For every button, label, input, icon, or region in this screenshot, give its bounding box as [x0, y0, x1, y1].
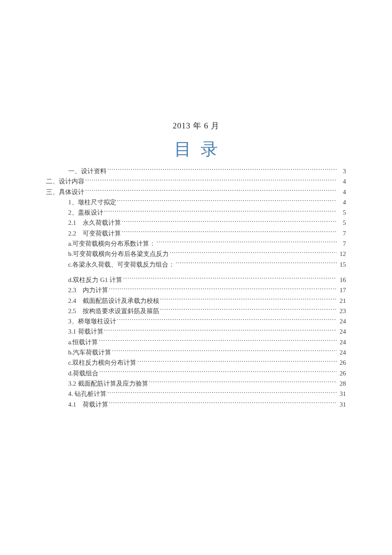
toc-entry-label: 2.4 截面配筋设计及承载力校核	[68, 296, 159, 306]
toc-entry-label: 2.3 内力计算	[68, 285, 108, 295]
toc-entry-page: 3	[337, 166, 346, 176]
toc-leader-dots	[160, 296, 337, 303]
toc-entry[interactable]: 4. 钻孔桩计算31	[46, 389, 346, 399]
toc-entry[interactable]: 2.4 截面配筋设计及承载力校核21	[46, 296, 346, 306]
toc-entry-page: 4	[337, 197, 346, 207]
toc-entry[interactable]: 一、设计资料3	[46, 166, 346, 176]
toc-entry[interactable]: b.汽车荷载计算24	[46, 347, 346, 357]
toc-entry[interactable]: d.荷载组合26	[46, 368, 346, 378]
document-date: 2013 年 6 月	[46, 0, 346, 131]
toc-leader-dots	[107, 167, 337, 173]
toc-entry-label: c.双柱反力横向分布计算	[68, 357, 136, 368]
toc-entry-page: 17	[337, 285, 346, 295]
toc-leader-dots	[99, 369, 337, 375]
toc-leader-dots	[107, 389, 337, 396]
toc-leader-dots	[117, 198, 337, 204]
toc-leader-dots	[85, 188, 337, 194]
toc-leader-dots	[170, 250, 337, 256]
toc-entry[interactable]: 三、具体设计4	[46, 187, 346, 197]
toc-entry-label: 2、盖板设计	[68, 207, 104, 218]
toc-leader-dots	[104, 208, 337, 215]
toc-entry-page: 31	[337, 399, 346, 410]
toc-entry-label: 3.1 荷载计算	[68, 326, 104, 337]
toc-entry-page: 24	[337, 337, 346, 347]
toc-entry-page: 16	[337, 275, 346, 285]
toc-entry[interactable]: 3、桥墩墩柱设计24	[46, 316, 346, 326]
toc-entry[interactable]: 二、设计内容4	[46, 176, 346, 186]
toc-entry-page: 15	[337, 259, 346, 270]
toc-entry[interactable]: 2.5 按构造要求设置斜筋及箍筋23	[46, 306, 346, 316]
toc-entry-page: 4	[337, 176, 346, 186]
toc-entry-page: 21	[337, 296, 346, 306]
toc-entry-page: 28	[337, 378, 346, 389]
toc-entry-label: b.汽车荷载计算	[68, 347, 111, 357]
toc-leader-dots	[104, 327, 337, 334]
toc-leader-dots	[112, 348, 337, 355]
toc-leader-dots	[85, 177, 337, 183]
toc-entry-label: 2.5 按构造要求设置斜筋及箍筋	[68, 306, 159, 316]
toc-entry-page: 23	[337, 306, 346, 316]
toc-entry-label: 三、具体设计	[46, 187, 84, 197]
toc-entry-label: d.双柱反力 G1 计算	[68, 275, 122, 285]
toc-entry-label: 2.1 永久荷载计算	[68, 218, 121, 228]
toc-entry-label: 一、设计资料	[68, 166, 107, 176]
toc-entry[interactable]: c.各梁永久荷载、可变荷载反力组合：15	[46, 259, 346, 270]
toc-leader-dots	[109, 286, 337, 292]
toc-entry-page: 24	[337, 347, 346, 357]
toc-entry[interactable]: 3.1 荷载计算24	[46, 326, 346, 337]
toc-entry-label: 4. 钻孔桩计算	[68, 389, 107, 399]
toc-entry-page: 26	[337, 368, 346, 378]
toc-entry-page: 5	[337, 218, 346, 228]
toc-entry[interactable]: d.双柱反力 G1 计算16	[46, 275, 346, 285]
toc-entry-label: 3.2 截面配筋计算及应力验算	[68, 378, 148, 389]
toc-entry[interactable]: 1、墩柱尺寸拟定4	[46, 197, 346, 207]
toc-entry-label: 1、墩柱尺寸拟定	[68, 197, 116, 207]
document-page: 2013 年 6 月 目录 一、设计资料3二、设计内容4三、具体设计41、墩柱尺…	[0, 0, 392, 555]
toc-leader-dots	[156, 239, 337, 246]
toc-entry[interactable]: b.可变荷载横向分布后各梁支点反力12	[46, 249, 346, 259]
toc-entry[interactable]: 2.1 永久荷载计算5	[46, 218, 346, 228]
toc-entry-page: 12	[337, 249, 346, 259]
table-of-contents: 一、设计资料3二、设计内容4三、具体设计41、墩柱尺寸拟定42、盖板设计52.1…	[46, 166, 346, 410]
toc-entry-label: b.可变荷载横向分布后各梁支点反力	[68, 249, 169, 259]
toc-entry[interactable]: 2、盖板设计5	[46, 207, 346, 218]
toc-entry[interactable]: 2.2 可变荷载计算7	[46, 228, 346, 238]
toc-leader-dots	[123, 276, 337, 282]
toc-entry[interactable]: c.双柱反力横向分布计算26	[46, 357, 346, 368]
toc-entry-page: 31	[337, 389, 346, 399]
toc-entry-page: 24	[337, 316, 346, 326]
toc-entry-label: 二、设计内容	[46, 176, 84, 186]
toc-leader-dots	[117, 317, 337, 323]
toc-entry-page: 7	[337, 238, 346, 249]
toc-entry-page: 24	[337, 326, 346, 337]
toc-leader-dots	[176, 260, 337, 267]
toc-entry-label: d.荷载组合	[68, 368, 98, 378]
toc-entry[interactable]: 3.2 截面配筋计算及应力验算28	[46, 378, 346, 389]
toc-entry-label: a.可变荷载横向分布系数计算：	[68, 238, 156, 249]
toc-leader-dots	[99, 338, 337, 344]
toc-entry-label: 4.1 荷载计算	[68, 399, 108, 410]
toc-leader-dots	[137, 358, 337, 365]
toc-leader-dots	[122, 218, 337, 225]
toc-entry-page: 4	[337, 187, 346, 197]
toc-entry-page: 26	[337, 357, 346, 368]
toc-title: 目录	[46, 137, 346, 161]
toc-entry-label: c.各梁永久荷载、可变荷载反力组合：	[68, 259, 175, 270]
toc-entry[interactable]: a.恒载计算24	[46, 337, 346, 347]
toc-entry-label: a.恒载计算	[68, 337, 98, 347]
toc-leader-dots	[109, 400, 337, 407]
toc-leader-dots	[122, 229, 337, 235]
toc-entry[interactable]: 4.1 荷载计算31	[46, 399, 346, 410]
toc-entry-page: 7	[337, 228, 346, 238]
toc-leader-dots	[149, 379, 337, 386]
toc-gap	[46, 270, 346, 275]
toc-leader-dots	[160, 307, 337, 313]
toc-entry-label: 3、桥墩墩柱设计	[68, 316, 116, 326]
toc-entry-page: 5	[337, 207, 346, 218]
toc-entry[interactable]: 2.3 内力计算17	[46, 285, 346, 295]
toc-entry[interactable]: a.可变荷载横向分布系数计算：7	[46, 238, 346, 249]
toc-entry-label: 2.2 可变荷载计算	[68, 228, 121, 238]
